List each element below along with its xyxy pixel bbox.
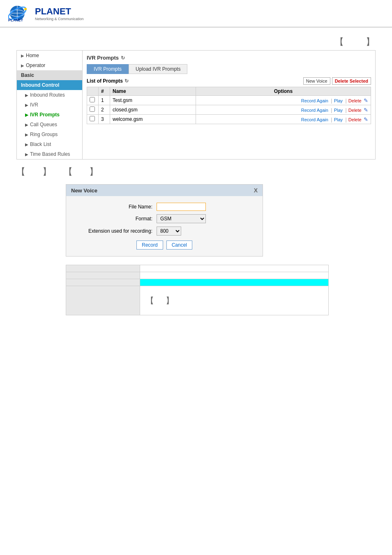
cancel-button[interactable]: Cancel bbox=[166, 240, 192, 250]
bottom-table: 【 】 bbox=[66, 265, 329, 315]
list-title: List of Prompts ↻ bbox=[87, 78, 129, 84]
col-num: # bbox=[99, 87, 110, 96]
sidebar-item-inbound-control[interactable]: Inbound Control bbox=[17, 80, 82, 90]
bracket-right-open: 【 bbox=[64, 166, 73, 178]
sidebar-item-inbound-routes[interactable]: ▶Inbound Routes bbox=[17, 90, 82, 100]
sidebar-item-call-queues[interactable]: ▶Call Queues bbox=[17, 120, 82, 130]
row2-record-again[interactable]: Record Again bbox=[301, 108, 328, 113]
row3-options: Record Again | Play | Delete ✎ bbox=[196, 115, 371, 124]
table-row: 1 Test.gsm Record Again | Play | Delete … bbox=[87, 96, 371, 105]
row3-checkbox-cell bbox=[87, 115, 99, 124]
sidebar: ▶Home ▶Operator Basic Inbound Control ▶I… bbox=[17, 51, 83, 159]
row1-name: Test.gsm bbox=[110, 96, 196, 105]
bottom-row-2 bbox=[66, 272, 328, 279]
bottom-cell-1-left bbox=[66, 265, 140, 272]
sidebar-item-black-list[interactable]: ▶Black List bbox=[17, 139, 82, 149]
new-voice-dialog: New Voice X File Name: Format: GSM WAV M… bbox=[66, 184, 263, 257]
bracket-right-group: 【 】 bbox=[64, 166, 99, 178]
format-row: Format: GSM WAV MP3 bbox=[74, 214, 254, 223]
row3-record-again[interactable]: Record Again bbox=[301, 117, 328, 122]
row3-name: welcome.gsm bbox=[110, 115, 196, 124]
row1-checkbox[interactable] bbox=[90, 97, 95, 102]
format-select[interactable]: GSM WAV MP3 bbox=[157, 214, 206, 223]
bottom-cell-1-right bbox=[140, 265, 328, 272]
bottom-row-3 bbox=[66, 279, 328, 286]
tab-ivr-prompts[interactable]: IVR Prompts bbox=[87, 64, 129, 74]
new-voice-button[interactable]: New Voice bbox=[303, 77, 330, 85]
middle-bracket-row: 【 】 【 】 bbox=[16, 166, 376, 178]
logo-area: PLANET PLANET Networking & Communication bbox=[8, 4, 84, 23]
sidebar-item-ivr-prompts[interactable]: ▶IVR Prompts bbox=[17, 110, 82, 120]
bottom-cell-4-left bbox=[66, 286, 140, 315]
row3-edit-icon[interactable]: ✎ bbox=[364, 116, 368, 123]
table-row: 3 welcome.gsm Record Again | Play | Dele… bbox=[87, 115, 371, 124]
svg-text:PLANET: PLANET bbox=[8, 18, 23, 22]
row1-edit-icon[interactable]: ✎ bbox=[364, 97, 368, 104]
dialog-header: New Voice X bbox=[66, 185, 263, 196]
sidebar-item-ring-groups[interactable]: ▶Ring Groups bbox=[17, 130, 82, 139]
bottom-cell-3-right bbox=[140, 279, 328, 286]
bracket-open: 【 bbox=[335, 36, 344, 48]
svg-point-5 bbox=[24, 8, 27, 10]
tab-upload-ivr-prompts[interactable]: Upload IVR Prompts bbox=[129, 64, 187, 74]
sidebar-item-time-based-rules[interactable]: ▶Time Based Rules bbox=[17, 149, 82, 159]
bracket-close: 】 bbox=[366, 36, 375, 48]
record-button[interactable]: Record bbox=[136, 240, 163, 250]
table-row: 2 closed.gsm Record Again | Play | Delet… bbox=[87, 105, 371, 115]
extension-select[interactable]: 800 801 802 bbox=[157, 227, 181, 236]
content-title: IVR Prompts ↻ bbox=[87, 55, 371, 61]
row2-name: closed.gsm bbox=[110, 105, 196, 115]
row3-play[interactable]: Play bbox=[334, 117, 343, 122]
sidebar-item-home[interactable]: ▶Home bbox=[17, 51, 82, 60]
list-actions: New Voice Delete Selected bbox=[303, 77, 371, 85]
dialog-title: New Voice bbox=[71, 187, 97, 194]
bottom-row-4: 【 】 bbox=[66, 286, 328, 315]
row1-record-again[interactable]: Record Again bbox=[301, 98, 328, 103]
top-bracket: 【 】 bbox=[16, 36, 376, 48]
format-label: Format: bbox=[74, 216, 157, 222]
main-layout: ▶Home ▶Operator Basic Inbound Control ▶I… bbox=[16, 50, 376, 160]
logo-subtitle: Networking & Communication bbox=[35, 17, 84, 21]
row2-options: Record Again | Play | Delete ✎ bbox=[196, 105, 371, 115]
list-refresh-icon[interactable]: ↻ bbox=[125, 78, 129, 84]
bottom-row-1 bbox=[66, 265, 328, 272]
row3-delete[interactable]: Delete bbox=[348, 117, 362, 122]
delete-selected-button[interactable]: Delete Selected bbox=[332, 77, 371, 85]
col-options: Options bbox=[196, 87, 371, 96]
bracket-left-close: 】 bbox=[42, 166, 51, 178]
row1-checkbox-cell bbox=[87, 96, 99, 105]
bracket-right-close: 】 bbox=[89, 166, 98, 178]
row3-num: 3 bbox=[99, 115, 110, 124]
row2-edit-icon[interactable]: ✎ bbox=[364, 107, 368, 113]
logo-title: PLANET bbox=[35, 6, 71, 16]
row2-delete[interactable]: Delete bbox=[348, 108, 362, 113]
row2-play[interactable]: Play bbox=[334, 108, 343, 113]
sidebar-item-basic: Basic bbox=[17, 70, 82, 80]
bracket-left-group: 【 】 bbox=[16, 166, 51, 178]
inner-bracket-open: 【 bbox=[146, 295, 154, 306]
row2-checkbox-cell bbox=[87, 105, 99, 115]
bottom-cell-2-left bbox=[66, 272, 140, 279]
tab-bar: IVR Prompts Upload IVR Prompts bbox=[87, 64, 371, 74]
planet-logo: PLANET bbox=[8, 4, 33, 23]
file-name-input[interactable] bbox=[157, 203, 206, 211]
row1-play[interactable]: Play bbox=[334, 98, 343, 103]
row1-num: 1 bbox=[99, 96, 110, 105]
dialog-close-button[interactable]: X bbox=[254, 187, 258, 194]
list-header: List of Prompts ↻ New Voice Delete Selec… bbox=[87, 77, 371, 85]
row2-num: 2 bbox=[99, 105, 110, 115]
row2-checkbox[interactable] bbox=[90, 106, 95, 112]
sidebar-item-operator[interactable]: ▶Operator bbox=[17, 60, 82, 70]
header: PLANET PLANET Networking & Communication bbox=[0, 0, 392, 28]
row3-checkbox[interactable] bbox=[90, 116, 95, 121]
col-checkbox bbox=[87, 87, 99, 96]
inner-bracket-close: 】 bbox=[166, 295, 174, 306]
prompts-table: # Name Options 1 Test.gsm Record Again |… bbox=[87, 87, 371, 124]
refresh-icon[interactable]: ↻ bbox=[121, 55, 125, 61]
content-area: IVR Prompts ↻ IVR Prompts Upload IVR Pro… bbox=[83, 51, 375, 159]
row1-delete[interactable]: Delete bbox=[348, 98, 362, 103]
bracket-left-open: 【 bbox=[16, 166, 25, 178]
row1-options: Record Again | Play | Delete ✎ bbox=[196, 96, 371, 105]
sidebar-item-ivr[interactable]: ▶IVR bbox=[17, 100, 82, 110]
file-name-label: File Name: bbox=[74, 204, 157, 210]
